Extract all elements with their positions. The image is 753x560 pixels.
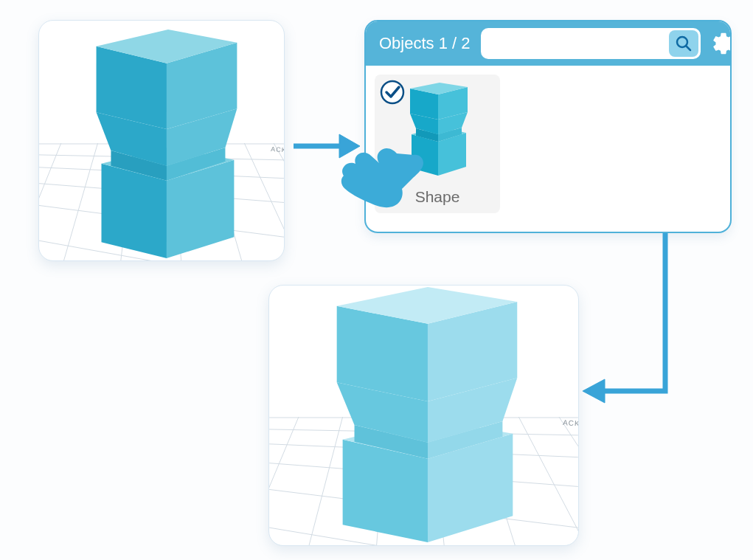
object-item-shape[interactable]: Shape (375, 75, 500, 213)
objects-panel-header: Objects 1 / 2 (366, 21, 730, 66)
svg-marker-39 (583, 379, 605, 403)
flow-arrow-2 (577, 233, 680, 422)
svg-text:ACK: ACK (563, 418, 578, 428)
objects-count-label: Objects 1 / 2 (379, 34, 471, 53)
svg-marker-25 (339, 134, 360, 158)
viewport-before: ACK (38, 20, 285, 261)
objects-list: Shape (366, 66, 730, 222)
svg-text:ACK: ACK (271, 145, 284, 153)
search-icon (675, 35, 693, 52)
gear-icon (711, 31, 732, 56)
svg-line-51 (518, 417, 578, 545)
shape-preview-before: ACK (39, 21, 284, 260)
svg-line-46 (269, 417, 299, 545)
search-button[interactable] (669, 30, 698, 57)
object-caption: Shape (415, 184, 460, 213)
search-input[interactable] (483, 36, 669, 52)
selected-check-icon (379, 79, 406, 106)
settings-button[interactable] (711, 29, 732, 58)
svg-line-27 (686, 46, 690, 50)
search-box[interactable] (481, 28, 701, 59)
svg-line-47 (306, 417, 343, 545)
svg-line-7 (61, 143, 98, 260)
shape-preview-after: ACK (269, 286, 578, 545)
svg-point-28 (381, 81, 403, 103)
objects-panel: Objects 1 / 2 (364, 20, 732, 233)
viewport-after: ACK (268, 285, 579, 546)
flow-arrow-1 (291, 130, 361, 162)
